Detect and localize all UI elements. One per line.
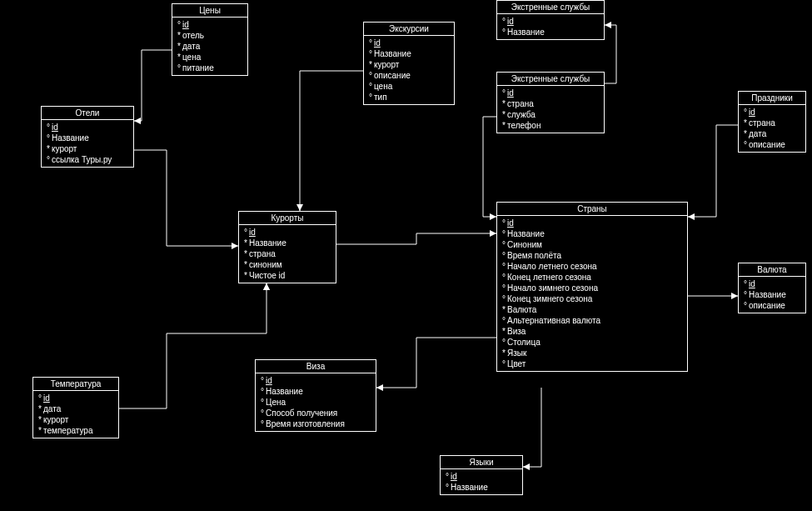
attr-Альтернативная валюта: °Альтернативная валюта	[501, 315, 684, 326]
entity-title: Страны	[497, 203, 687, 216]
attr-Время изготовления: °Время изготовления	[259, 418, 372, 429]
attr-label: Начало летнего сезона	[507, 262, 597, 271]
attr-дата: *дата	[37, 403, 115, 414]
attr-label: Виза	[507, 327, 526, 336]
bullet-icon: *	[242, 238, 249, 248]
attr-label: Название	[507, 28, 545, 37]
attr-Конец зимнего сезона: °Конец зимнего сезона	[501, 293, 684, 304]
entity-attrs: °id*страна*служба*телефон	[497, 86, 604, 133]
attr-id: °id	[176, 19, 244, 30]
attr-id: °id	[742, 278, 802, 289]
attr-label: Конец зимнего сезона	[507, 294, 592, 303]
attr-Название: *Название	[242, 238, 332, 248]
attr-Синоним: °Синоним	[501, 239, 684, 250]
entity-attrs: °id*Название*страна*синоним*Чистое id	[239, 225, 336, 283]
attr-дата: *дата	[742, 128, 802, 139]
bullet-icon: *	[501, 348, 507, 358]
bullet-icon: °	[501, 358, 507, 369]
attr-дата: *дата	[176, 41, 244, 52]
bullet-icon: *	[242, 259, 249, 270]
attr-Виза: *Виза	[501, 326, 684, 337]
attr-label: температура	[43, 426, 93, 435]
bullet-icon: °	[742, 107, 749, 118]
bullet-icon: °	[45, 154, 52, 165]
attr-id: °id	[242, 227, 332, 238]
attr-страна: *страна	[742, 118, 802, 128]
attr-тип: °тип	[367, 92, 451, 103]
attr-label: id	[182, 20, 189, 29]
entity-resorts: Курорты °id*Название*страна*синоним*Чист…	[238, 211, 336, 283]
attr-Способ получения: °Способ получения	[259, 408, 372, 418]
attr-label: id	[749, 279, 755, 288]
bullet-icon: °	[501, 250, 507, 261]
attr-label: id	[43, 393, 50, 403]
entity-title: Экскурсии	[364, 23, 454, 36]
entity-excursions: Экскурсии °id°Название*курорт°описание°ц…	[363, 22, 455, 105]
attr-label: Время изготовления	[266, 419, 345, 428]
attr-Название: °Название	[501, 228, 684, 239]
attr-label: Синоним	[507, 240, 542, 249]
attr-цена: *цена	[176, 52, 244, 63]
attr-label: Конец летнего сезона	[507, 273, 591, 282]
bullet-icon: *	[501, 326, 507, 337]
attr-label: id	[451, 472, 457, 481]
entity-attrs: °id*страна*дата°описание	[739, 105, 805, 152]
attr-label: id	[266, 376, 272, 385]
attr-label: питание	[182, 63, 214, 73]
bullet-icon: °	[501, 218, 507, 228]
attr-label: Чистое id	[249, 271, 285, 280]
entity-title: Языки	[441, 456, 522, 469]
entity-attrs: °id°Название°Синоним°Время полёта°Начало…	[497, 216, 687, 371]
entity-temperature: Температура °id*дата*курорт*температура	[32, 377, 119, 438]
attr-служба: *служба	[501, 109, 600, 120]
bullet-icon: *	[176, 52, 182, 63]
bullet-icon: *	[501, 304, 507, 315]
entity-emergency-bottom: Экстренные службы °id*страна*служба*теле…	[496, 72, 605, 133]
attr-Время полёта: °Время полёта	[501, 250, 684, 261]
bullet-icon: *	[742, 128, 749, 139]
bullet-icon: *	[176, 41, 182, 52]
attr-label: страна	[749, 118, 775, 128]
entity-prices: Цены °id*отель*дата*цена°питание	[172, 3, 248, 76]
attr-Цвет: °Цвет	[501, 358, 684, 369]
attr-цена: °цена	[367, 81, 451, 92]
bullet-icon: °	[242, 227, 249, 238]
attr-label: Способ получения	[266, 408, 337, 418]
attr-label: Альтернативная валюта	[507, 316, 600, 325]
attr-id: °id	[501, 88, 600, 98]
attr-label: Название	[749, 290, 786, 299]
attr-label: Название	[451, 483, 488, 492]
attr-Название: °Название	[501, 27, 600, 38]
attr-описание: °описание	[367, 70, 451, 81]
attr-id: °id	[259, 375, 372, 386]
attr-label: отель	[182, 31, 204, 40]
attr-label: id	[52, 123, 58, 132]
bullet-icon: °	[176, 63, 182, 73]
entity-attrs: °id°Название*курорт°описание°цена°тип	[364, 36, 454, 104]
entity-attrs: °id°Название	[441, 469, 522, 494]
entity-title: Валюта	[739, 263, 805, 277]
attr-температура: *температура	[37, 425, 115, 436]
attr-label: цена	[182, 53, 201, 62]
attr-label: Начало зимнего сезона	[507, 283, 598, 293]
bullet-icon: °	[259, 375, 266, 386]
bullet-icon: °	[501, 239, 507, 250]
attr-label: id	[749, 108, 755, 117]
attr-id: °id	[37, 393, 115, 403]
entity-title: Экстренные службы	[497, 73, 604, 86]
attr-label: ссылка Туры.ру	[52, 155, 112, 164]
attr-курорт: *курорт	[45, 143, 130, 154]
bullet-icon: °	[367, 70, 374, 81]
attr-описание: °описание	[742, 139, 802, 150]
attr-label: дата	[749, 129, 766, 138]
entity-attrs: °id°Название*курорт°ссылка Туры.ру	[42, 120, 133, 167]
bullet-icon: °	[259, 397, 266, 408]
bullet-icon: °	[501, 315, 507, 326]
attr-Конец летнего сезона: °Конец летнего сезона	[501, 272, 684, 283]
bullet-icon: *	[501, 120, 507, 131]
bullet-icon: °	[37, 393, 43, 403]
attr-label: id	[507, 88, 514, 98]
bullet-icon: *	[367, 59, 374, 70]
entity-title: Температура	[33, 378, 118, 391]
attr-питание: °питание	[176, 63, 244, 73]
